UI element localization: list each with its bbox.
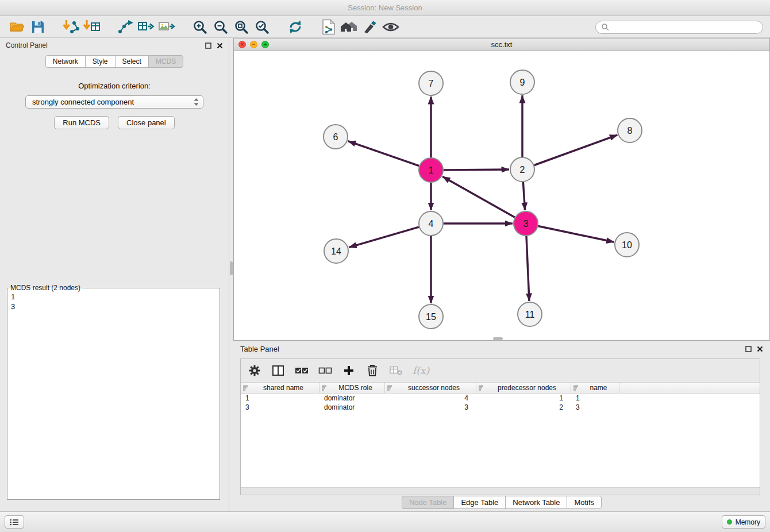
- table-cell[interactable]: 3: [385, 403, 476, 411]
- column-header-successor-nodes[interactable]: successor nodes: [385, 383, 476, 393]
- table-cell[interactable]: 1: [571, 394, 619, 402]
- graph-node-7[interactable]: 7: [419, 71, 443, 95]
- sort-icon: [322, 385, 328, 391]
- vertical-scrollbar-thumb[interactable]: [230, 261, 233, 275]
- style-brush-button[interactable]: [360, 18, 380, 36]
- refresh-view-button[interactable]: [285, 18, 306, 36]
- table-panel-title: Table Panel: [240, 345, 279, 353]
- svg-text:2: 2: [520, 165, 525, 175]
- graph-edge-1-6[interactable]: [348, 141, 419, 166]
- run-mcds-button[interactable]: Run MCDS: [54, 116, 109, 129]
- export-table-button[interactable]: [136, 18, 156, 36]
- unselect-all-button[interactable]: [318, 363, 332, 379]
- tab-motifs[interactable]: Motifs: [567, 496, 602, 509]
- delete-table-button[interactable]: [389, 363, 403, 379]
- close-window-button[interactable]: ×: [238, 41, 246, 48]
- add-column-button[interactable]: [342, 363, 356, 379]
- network-window-titlebar[interactable]: × − + scc.txt: [234, 38, 769, 51]
- table-panel-header: Table Panel: [233, 341, 770, 357]
- node-table: f(x) shared nameMCDS rolesuccessor nodes…: [240, 358, 760, 495]
- open-file-button[interactable]: [7, 18, 28, 36]
- task-history-button[interactable]: [5, 515, 24, 529]
- graph-edge-1-2[interactable]: [444, 169, 509, 170]
- table-cell[interactable]: 4: [385, 394, 476, 402]
- graph-node-4[interactable]: 4: [419, 211, 443, 236]
- criterion-dropdown[interactable]: strongly connected component: [25, 95, 203, 109]
- save-session-button[interactable]: [28, 18, 48, 36]
- zoom-out-button[interactable]: [210, 18, 231, 36]
- zoom-selected-button[interactable]: [252, 18, 272, 36]
- table-cell[interactable]: 3: [241, 403, 319, 411]
- graph-node-14[interactable]: 14: [324, 239, 348, 263]
- network-canvas[interactable]: 7968124314101511: [234, 51, 769, 340]
- graph-edge-2-8[interactable]: [534, 135, 618, 165]
- toolbar-search[interactable]: [595, 21, 763, 34]
- svg-text:10: 10: [622, 240, 632, 250]
- graph-edge-3-10[interactable]: [538, 226, 614, 242]
- graph-node-9[interactable]: 9: [510, 70, 534, 94]
- table-cell[interactable]: 3: [571, 403, 619, 411]
- tab-network-table[interactable]: Network Table: [505, 496, 567, 509]
- table-cell[interactable]: 1: [476, 394, 571, 402]
- show-hide-button[interactable]: [380, 18, 401, 36]
- zoom-fit-button[interactable]: [231, 18, 252, 36]
- close-panel-button[interactable]: Close panel: [118, 116, 175, 129]
- graph-node-2[interactable]: 2: [510, 157, 534, 182]
- select-all-button[interactable]: [295, 363, 309, 379]
- function-builder-button[interactable]: f(x): [413, 363, 429, 379]
- unselect-all-icon: [318, 366, 332, 375]
- zoom-in-button[interactable]: [190, 18, 210, 36]
- minimize-window-button[interactable]: −: [250, 41, 257, 48]
- graph-edge-3-1[interactable]: [442, 176, 515, 217]
- column-header-shared-name[interactable]: shared name: [241, 383, 319, 393]
- table-cell[interactable]: 2: [476, 403, 571, 411]
- memory-button[interactable]: Memory: [722, 515, 765, 529]
- window-titlebar[interactable]: Session: New Session: [0, 0, 770, 16]
- graph-edge-4-14[interactable]: [349, 227, 419, 248]
- graph-node-1[interactable]: 1: [419, 158, 443, 182]
- home-button[interactable]: [339, 18, 360, 36]
- tab-node-table[interactable]: Node Table: [402, 496, 455, 509]
- table-row[interactable]: 3dominator323: [241, 403, 760, 412]
- graph-edge-2-3[interactable]: [523, 182, 525, 210]
- table-horizontal-scrollbar[interactable]: [241, 487, 760, 495]
- export-network-button[interactable]: [115, 18, 136, 36]
- graph-node-10[interactable]: 10: [615, 233, 639, 257]
- import-network-button[interactable]: [61, 18, 82, 36]
- delete-column-button[interactable]: [365, 363, 379, 379]
- maximize-window-button[interactable]: +: [261, 41, 269, 48]
- table-cell[interactable]: 1: [241, 394, 319, 402]
- column-header-predecessor-nodes[interactable]: predecessor nodes: [476, 383, 571, 393]
- tab-mcds[interactable]: MCDS: [148, 55, 183, 68]
- control-panel-header: Control Panel: [0, 38, 229, 53]
- tab-network[interactable]: Network: [45, 55, 86, 68]
- close-table-panel-icon[interactable]: [757, 346, 763, 352]
- import-table-button[interactable]: [82, 18, 102, 36]
- tab-edge-table[interactable]: Edge Table: [453, 496, 506, 509]
- table-row[interactable]: 1dominator411: [241, 394, 760, 403]
- graph-node-8[interactable]: 8: [618, 118, 642, 142]
- control-panel: Control Panel Network Style Select MCDS …: [0, 38, 229, 511]
- table-cell[interactable]: dominator: [319, 394, 385, 402]
- tab-style[interactable]: Style: [85, 55, 116, 68]
- tab-select[interactable]: Select: [115, 55, 149, 68]
- graph-node-6[interactable]: 6: [324, 125, 348, 149]
- graph-node-3[interactable]: 3: [514, 211, 538, 236]
- network-file-button[interactable]: [318, 18, 339, 36]
- graph-node-15[interactable]: 15: [419, 304, 443, 329]
- graph-edge-3-11[interactable]: [526, 236, 529, 301]
- export-image-button[interactable]: [156, 18, 177, 36]
- search-input[interactable]: [613, 22, 757, 32]
- table-settings-button[interactable]: [248, 363, 261, 379]
- close-panel-icon[interactable]: [217, 43, 223, 49]
- column-header-name[interactable]: name: [571, 383, 619, 393]
- float-table-panel-icon[interactable]: [745, 346, 752, 352]
- import-table-icon: [83, 20, 101, 34]
- float-panel-icon[interactable]: [205, 43, 211, 49]
- zoom-out-icon: [213, 20, 228, 34]
- horizontal-scrollbar-thumb[interactable]: [493, 337, 503, 340]
- show-columns-button[interactable]: [271, 363, 285, 379]
- column-header-MCDS-role[interactable]: MCDS role: [319, 383, 385, 393]
- graph-node-11[interactable]: 11: [518, 302, 542, 326]
- table-cell[interactable]: dominator: [319, 403, 385, 411]
